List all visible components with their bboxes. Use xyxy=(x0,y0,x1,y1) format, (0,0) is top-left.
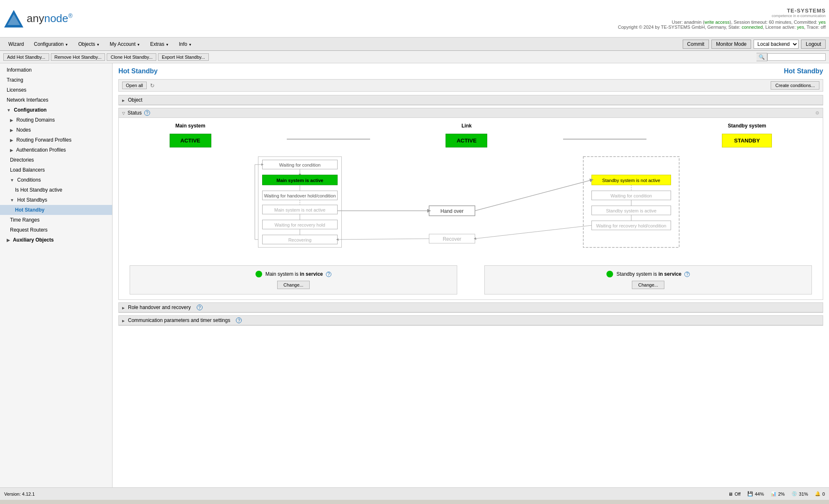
sidebar-item-routing-forward-profiles[interactable]: ▶ Routing Forward Profiles xyxy=(0,135,112,145)
svg-text:Waiting for condition: Waiting for condition xyxy=(611,193,652,198)
remove-hot-standby-button[interactable]: Remove Hot Standby... xyxy=(51,53,105,61)
section-header-object[interactable]: Object xyxy=(119,95,823,105)
sidebar: Information Tracing Licenses Network Int… xyxy=(0,63,113,487)
open-all-button[interactable]: Open all xyxy=(122,82,147,89)
section-header-status[interactable]: Status ? ⚙ xyxy=(119,108,823,118)
nav-bar: Wizard Configuration Objects My Account … xyxy=(0,37,829,51)
content-toolbar: Open all ↻ Create conditions... xyxy=(118,79,823,92)
sidebar-group-auxiliary-objects[interactable]: ▶ Auxiliary Objects xyxy=(0,235,112,245)
main-system-label: Main system xyxy=(175,123,205,129)
main-service-card: Main system is in service ? Change... xyxy=(130,265,457,294)
status-item-3: 📊 2% xyxy=(771,491,785,497)
sidebar-item-time-ranges[interactable]: Time Ranges xyxy=(0,215,112,225)
svg-text:Standby system is active: Standby system is active xyxy=(606,208,656,213)
sidebar-item-licenses[interactable]: Licenses xyxy=(0,85,112,95)
status-help-icon[interactable]: ? xyxy=(144,110,150,116)
main-service-dot xyxy=(255,271,262,277)
search-icon[interactable]: 🔍 xyxy=(756,53,767,61)
section-role-handover: Role handover and recovery ? xyxy=(118,302,823,313)
sidebar-item-is-hot-standby-active[interactable]: Is Hot Standby active xyxy=(0,185,112,195)
sidebar-group-hot-standbys[interactable]: ▼ Hot Standbys xyxy=(0,195,112,205)
status-item-1: 🖥 Off xyxy=(728,492,740,497)
status-2-label: 2% xyxy=(778,492,785,497)
sidebar-item-information[interactable]: Information xyxy=(0,65,112,75)
standby-service-help-icon[interactable]: ? xyxy=(684,272,690,277)
svg-line-39 xyxy=(338,239,429,240)
page-title-right: Hot Standby xyxy=(784,67,823,75)
communication-help-icon[interactable]: ? xyxy=(236,317,242,323)
nav-my-account[interactable]: My Account xyxy=(105,39,145,50)
add-hot-standby-button[interactable]: Add Hot Standby... xyxy=(3,53,49,61)
link-badge: ACTIVE xyxy=(446,134,487,147)
clone-hot-standby-button[interactable]: Clone Hot Standby... xyxy=(107,53,156,61)
role-handover-help-icon[interactable]: ? xyxy=(197,304,203,310)
status-31-label: 31% xyxy=(799,492,808,497)
status-item-4: 💿 31% xyxy=(791,491,808,497)
svg-text:Main system is not active: Main system is not active xyxy=(274,207,326,212)
svg-text:Waiting for recovery hold/cond: Waiting for recovery hold/condition xyxy=(596,223,666,228)
monitor-mode-button[interactable]: Monitor Mode xyxy=(711,40,751,49)
logout-button[interactable]: Logout xyxy=(801,40,826,49)
logo-icon xyxy=(3,8,24,29)
nav-objects[interactable]: Objects xyxy=(73,39,105,50)
standby-service-change-button[interactable]: Change... xyxy=(632,281,664,289)
flow-diagram: Waiting for condition Main system is act… xyxy=(125,156,816,257)
section-object: Object xyxy=(118,95,823,105)
backend-select[interactable]: Local backend xyxy=(754,40,799,49)
section-header-role-handover[interactable]: Role handover and recovery ? xyxy=(119,303,823,312)
expand-icon-auth-profiles: ▶ xyxy=(10,148,13,152)
section-header-communication[interactable]: Communication parameters and timer setti… xyxy=(119,316,823,325)
nav-extras[interactable]: Extras xyxy=(145,39,174,50)
standby-service-row: Standby system is in service ? xyxy=(606,271,690,277)
sidebar-item-network-interfaces[interactable]: Network Interfaces xyxy=(0,95,112,105)
sidebar-item-nodes[interactable]: ▶ Nodes xyxy=(0,125,112,135)
status-44-label: 44% xyxy=(755,492,764,497)
arrow-communication xyxy=(122,318,125,323)
nav-right: Commit Monitor Mode Local backend Logout xyxy=(683,40,826,49)
main-system-badge: ACTIVE xyxy=(170,134,211,147)
main-service-change-button[interactable]: Change... xyxy=(277,281,310,289)
copyright-line: Copyright © 2024 by TE-SYSTEMS GmbH, Ger… xyxy=(618,25,826,30)
main-service-row: Main system is in service ? xyxy=(255,271,331,277)
svg-text:Recovering: Recovering xyxy=(288,237,312,242)
create-conditions-button[interactable]: Create conditions... xyxy=(771,81,819,90)
sidebar-item-routing-domains[interactable]: ▶ Routing Domains xyxy=(0,115,112,125)
sidebar-item-directories[interactable]: Directories xyxy=(0,155,112,165)
nav-wizard[interactable]: Wizard xyxy=(3,39,29,50)
commit-button[interactable]: Commit xyxy=(683,40,709,49)
svg-text:Waiting for recovery hold: Waiting for recovery hold xyxy=(275,222,325,227)
section-title-role-handover: Role handover and recovery xyxy=(128,304,191,310)
sidebar-item-request-routers[interactable]: Request Routers xyxy=(0,225,112,235)
sidebar-item-hot-standby[interactable]: Hot Standby xyxy=(0,205,112,215)
export-hot-standby-button[interactable]: Export Hot Standby... xyxy=(158,53,209,61)
tagline: competence in e-communication xyxy=(618,14,826,18)
arrow-role-handover xyxy=(122,305,125,310)
expand-icon-hot-standbys: ▼ xyxy=(10,198,14,202)
sidebar-item-load-balancers[interactable]: Load Balancers xyxy=(0,165,112,175)
main-service-label: Main system is in service ? xyxy=(265,271,331,277)
expand-icon-configuration: ▼ xyxy=(7,108,11,112)
sidebar-group-configuration[interactable]: ▼ Configuration xyxy=(0,105,112,115)
service-cards: Main system is in service ? Change... St… xyxy=(125,261,816,294)
nav-info[interactable]: Info xyxy=(174,39,197,50)
nav-configuration[interactable]: Configuration xyxy=(29,39,73,50)
sidebar-item-authentication-profiles[interactable]: ▶ Authentication Profiles xyxy=(0,145,112,155)
logo-area: anynode® xyxy=(3,8,73,29)
arrow-status xyxy=(122,111,125,115)
status-bar: Version: 4.12.1 🖥 Off 💾 44% 📊 2% 💿 31% 🔔… xyxy=(0,487,829,500)
toolbar-search: 🔍 xyxy=(756,53,826,61)
status-options-icon[interactable]: ⚙ xyxy=(815,110,819,116)
standby-service-dot xyxy=(606,271,613,277)
status-item-5: 🔔 0 xyxy=(815,491,825,497)
icon-disk: 💿 xyxy=(791,491,797,497)
refresh-icon[interactable]: ↻ xyxy=(150,82,155,89)
header-right: TE-SYSTEMS competence in e-communication… xyxy=(618,7,826,30)
section-communication: Communication parameters and timer setti… xyxy=(118,315,823,326)
main-service-help-icon[interactable]: ? xyxy=(326,272,331,277)
standby-service-label: Standby system is in service ? xyxy=(616,271,690,277)
search-input[interactable] xyxy=(767,53,826,61)
sidebar-item-tracing[interactable]: Tracing xyxy=(0,75,112,85)
expand-icon-routing-forward: ▶ xyxy=(10,138,13,142)
section-title-communication: Communication parameters and timer setti… xyxy=(128,317,230,323)
sidebar-group-conditions[interactable]: ▼ Conditions xyxy=(0,175,112,185)
